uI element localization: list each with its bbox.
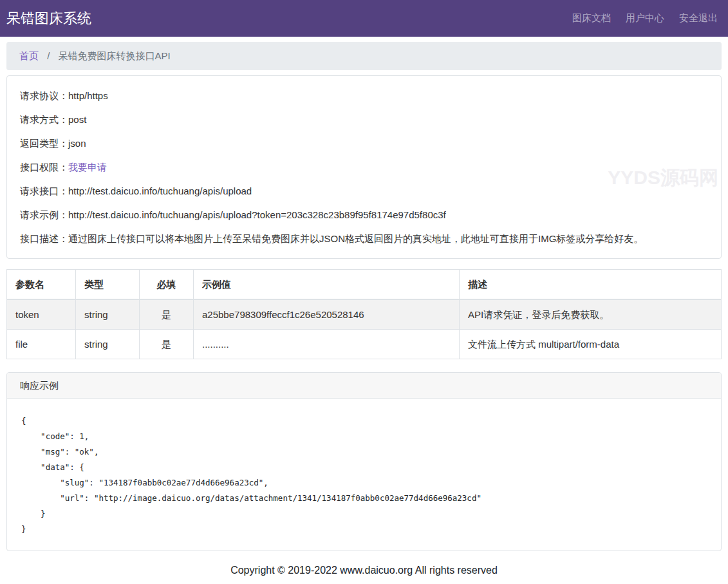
- breadcrumb-home-link[interactable]: 首页: [19, 50, 39, 61]
- api-method-value: post: [68, 114, 86, 125]
- api-protocol-line: 请求协议：http/https: [20, 89, 708, 102]
- api-example-line: 请求示例：http://test.daicuo.info/tuchuang/ap…: [20, 208, 708, 221]
- code-line: }: [21, 506, 708, 522]
- apply-permission-link[interactable]: 我要申请: [68, 162, 107, 173]
- api-description-label: 接口描述：: [20, 233, 68, 244]
- col-header-param-name: 参数名: [7, 270, 76, 300]
- nav-link-docs[interactable]: 图床文档: [572, 12, 611, 24]
- code-line: "code": 1,: [21, 429, 708, 444]
- brand-title[interactable]: 呆错图床系统: [6, 0, 91, 37]
- api-description-value: 通过图床上传接口可以将本地图片上传至呆错免费图床并以JSON格式返回图片的真实地…: [68, 233, 643, 244]
- code-line: "url": "http://image.daicuo.org/datas/at…: [21, 491, 708, 506]
- table-row: file string 是 .......... 文件流上传方式 multipa…: [7, 330, 722, 359]
- col-header-type: 类型: [76, 270, 140, 300]
- table-row: token string 是 a25bbe798309ffeccf1c26e52…: [7, 299, 722, 330]
- code-line: {: [21, 413, 708, 429]
- breadcrumb-separator: /: [47, 50, 50, 61]
- api-method-line: 请求方式：post: [20, 113, 708, 126]
- code-line: }: [21, 522, 708, 537]
- api-return-type-value: json: [68, 138, 86, 149]
- api-endpoint-line: 请求接口：http://test.daicuo.info/tuchuang/ap…: [20, 184, 708, 198]
- param-example-cell: ..........: [194, 330, 460, 359]
- code-line: "data": {: [21, 460, 708, 475]
- code-line: "slug": "134187f0abb0c02ae77d4d66e96a23c…: [21, 475, 708, 491]
- nav-link-logout[interactable]: 安全退出: [679, 12, 718, 24]
- api-endpoint-label: 请求接口：: [20, 185, 68, 196]
- param-required-cell: 是: [140, 299, 194, 330]
- breadcrumb-current-page: 呆错免费图床转换接口API: [59, 50, 171, 61]
- api-permission-line: 接口权限：我要申请: [20, 160, 708, 174]
- param-name-cell: token: [7, 299, 76, 330]
- code-line: "msg": "ok",: [21, 444, 708, 460]
- col-header-required: 必填: [140, 270, 194, 300]
- param-type-cell: string: [76, 330, 140, 359]
- navbar-links: 图床文档 用户中心 安全退出: [557, 12, 718, 24]
- api-description-line: 接口描述：通过图床上传接口可以将本地图片上传至呆错免费图床并以JSON格式返回图…: [20, 232, 708, 245]
- col-header-description: 描述: [460, 270, 722, 300]
- api-endpoint-value: http://test.daicuo.info/tuchuang/apis/up…: [68, 185, 252, 196]
- api-example-label: 请求示例：: [20, 209, 68, 220]
- api-return-type-line: 返回类型：json: [20, 137, 708, 150]
- breadcrumb: 首页 / 呆错免费图床转换接口API: [6, 42, 722, 70]
- response-example-title: 响应示例: [7, 373, 721, 399]
- param-description-cell: 文件流上传方式 multipart/form-data: [460, 330, 722, 359]
- api-protocol-value: http/https: [68, 90, 108, 101]
- params-table: 参数名 类型 必填 示例值 描述 token string 是 a25bbe79…: [6, 269, 722, 359]
- nav-link-user-center[interactable]: 用户中心: [626, 12, 664, 24]
- col-header-example: 示例值: [194, 270, 460, 300]
- param-description-cell: API请求凭证，登录后免费获取。: [460, 299, 722, 330]
- response-example-panel: 响应示例 { "code": 1, "msg": "ok", "data": {…: [6, 372, 722, 551]
- param-example-cell: a25bbe798309ffeccf1c26e520528146: [194, 299, 460, 330]
- navbar: 呆错图床系统 图床文档 用户中心 安全退出: [0, 0, 728, 37]
- param-type-cell: string: [76, 299, 140, 330]
- api-return-type-label: 返回类型：: [20, 138, 68, 149]
- footer-copyright: Copyright © 2019-2022 www.daicuo.org All…: [0, 551, 728, 584]
- table-header-row: 参数名 类型 必填 示例值 描述: [7, 270, 722, 300]
- param-required-cell: 是: [140, 330, 194, 359]
- api-example-value: http://test.daicuo.info/tuchuang/apis/up…: [68, 209, 446, 220]
- api-info-panel: 请求协议：http/https 请求方式：post 返回类型：json 接口权限…: [6, 75, 722, 259]
- api-protocol-label: 请求协议：: [20, 90, 68, 101]
- api-permission-label: 接口权限：: [20, 162, 68, 173]
- param-name-cell: file: [7, 330, 76, 359]
- api-method-label: 请求方式：: [20, 114, 68, 125]
- response-code-block: { "code": 1, "msg": "ok", "data": { "slu…: [7, 399, 721, 551]
